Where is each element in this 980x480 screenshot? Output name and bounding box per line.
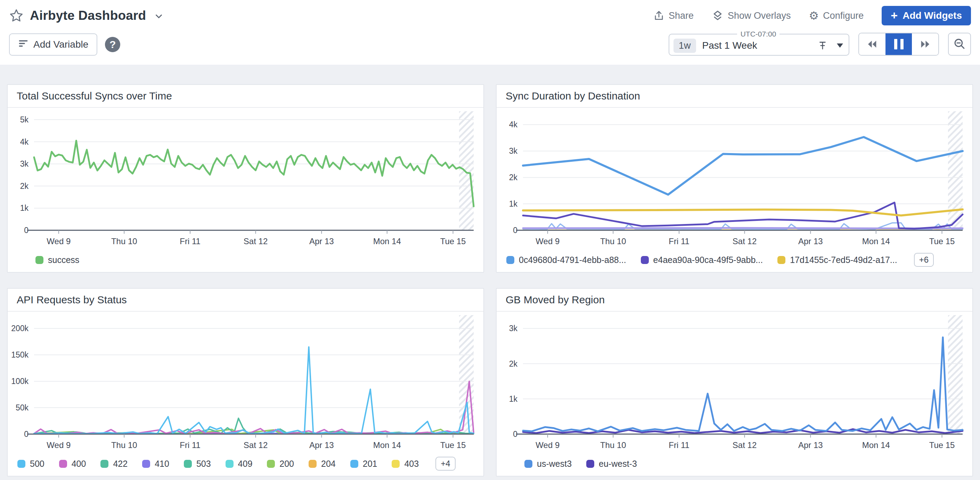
legend-item[interactable]: e4aea90a-90ca-49f5-9abb... xyxy=(641,255,763,265)
svg-text:Wed 9: Wed 9 xyxy=(536,440,560,450)
timezone-label: UTC-07:00 xyxy=(737,30,780,38)
chart-canvas[interactable]: 050k100k150k200kWed 9Thu 10Fri 11Sat 12A… xyxy=(8,312,484,451)
svg-text:Wed 9: Wed 9 xyxy=(536,236,560,246)
legend-item[interactable]: 410 xyxy=(142,459,169,469)
svg-text:2k: 2k xyxy=(509,359,518,368)
widget-title: Sync Duration by Destination xyxy=(506,90,640,102)
legend-item[interactable]: 500 xyxy=(18,459,45,469)
legend-swatch xyxy=(641,256,649,264)
plus-icon: + xyxy=(891,10,898,21)
zoom-out-button[interactable] xyxy=(948,33,971,56)
dashboard-grid: Total Successful Syncs over Time 01k2k3k… xyxy=(0,65,980,480)
legend-label: 17d1455c-7ed5-49d2-a17... xyxy=(790,255,897,265)
svg-text:Mon 14: Mon 14 xyxy=(373,236,401,246)
pause-icon xyxy=(894,39,904,49)
legend-item[interactable]: us-west3 xyxy=(524,459,572,469)
legend-label: 503 xyxy=(196,459,211,469)
legend-swatch xyxy=(100,460,108,468)
legend-item[interactable]: eu-west-3 xyxy=(586,459,637,469)
legend-more-button[interactable]: +4 xyxy=(436,457,455,470)
legend-swatch xyxy=(506,256,514,264)
legend-item[interactable]: 0c49680d-4791-4ebb-a88... xyxy=(506,255,626,265)
widget-header: Total Successful Syncs over Time xyxy=(8,85,484,108)
svg-text:Thu 10: Thu 10 xyxy=(600,440,626,450)
dashboard-title: Airbyte Dashboard xyxy=(30,8,146,23)
legend-swatch xyxy=(309,460,317,468)
chart-legend: 0c49680d-4791-4ebb-a88...e4aea90a-90ca-4… xyxy=(496,248,972,272)
legend-swatch xyxy=(142,460,150,468)
chart-legend: us-west3eu-west-3 xyxy=(496,451,972,476)
svg-text:Tue 15: Tue 15 xyxy=(929,236,955,246)
legend-swatch xyxy=(226,460,234,468)
configure-label: Configure xyxy=(823,10,864,21)
svg-text:Thu 10: Thu 10 xyxy=(600,236,626,246)
widget-title: Total Successful Syncs over Time xyxy=(17,90,172,102)
legend-swatch xyxy=(18,460,25,468)
legend-item[interactable]: 200 xyxy=(267,459,294,469)
widget-header: GB Moved by Region xyxy=(496,289,972,312)
widget-api-requests: API Requests by Status 050k100k150k200kW… xyxy=(7,288,484,477)
show-overlays-button[interactable]: Show Overlays xyxy=(712,10,791,22)
time-range-picker[interactable]: UTC-07:00 1w Past 1 Week xyxy=(669,30,850,56)
svg-text:1k: 1k xyxy=(509,394,518,403)
legend-item[interactable]: 201 xyxy=(350,459,377,469)
svg-text:4k: 4k xyxy=(20,137,29,147)
legend-item[interactable]: 204 xyxy=(309,459,336,469)
svg-text:2k: 2k xyxy=(509,173,518,182)
svg-text:Fri 11: Fri 11 xyxy=(669,440,689,450)
add-widgets-label: Add Widgets xyxy=(902,10,962,21)
favorite-star-icon[interactable] xyxy=(9,8,24,23)
time-range-chip[interactable]: 1w xyxy=(673,38,696,53)
share-button[interactable]: Share xyxy=(653,10,694,21)
chart-canvas[interactable]: 01k2k3k4k5kWed 9Thu 10Fri 11Sat 12Apr 13… xyxy=(8,108,484,248)
gear-icon: ⚙ xyxy=(809,10,819,21)
legend-label: 500 xyxy=(30,459,45,469)
time-range-label: Past 1 Week xyxy=(702,40,757,51)
chart-svg: 01k2k3kWed 9Thu 10Fri 11Sat 12Apr 13Mon … xyxy=(496,313,972,451)
title-chevron-down-icon[interactable] xyxy=(154,11,164,23)
chart-canvas[interactable]: 01k2k3kWed 9Thu 10Fri 11Sat 12Apr 13Mon … xyxy=(496,312,972,451)
dashboard-header: Airbyte Dashboard Share Show Overlays ⚙ … xyxy=(0,0,980,65)
time-dropdown-caret-icon[interactable] xyxy=(837,43,843,48)
widget-title: API Requests by Status xyxy=(17,294,127,306)
legend-item[interactable]: 409 xyxy=(226,459,253,469)
widget-sync-duration: Sync Duration by Destination 01k2k3k4kWe… xyxy=(496,84,973,273)
fast-forward-button[interactable] xyxy=(912,33,938,55)
pause-button[interactable] xyxy=(886,33,912,55)
legend-swatch xyxy=(777,256,785,264)
legend-item[interactable]: 403 xyxy=(391,459,419,469)
legend-item[interactable]: 400 xyxy=(59,459,86,469)
configure-button[interactable]: ⚙ Configure xyxy=(809,10,864,21)
legend-label: us-west3 xyxy=(537,459,572,469)
legend-item[interactable]: 17d1455c-7ed5-49d2-a17... xyxy=(777,255,897,265)
legend-more-button[interactable]: +6 xyxy=(914,253,934,267)
svg-text:Mon 14: Mon 14 xyxy=(862,236,890,246)
chart-canvas[interactable]: 01k2k3k4kWed 9Thu 10Fri 11Sat 12Apr 13Mo… xyxy=(496,108,972,248)
add-variable-button[interactable]: Add Variable xyxy=(9,33,97,56)
rewind-button[interactable] xyxy=(859,33,886,55)
svg-text:Tue 15: Tue 15 xyxy=(440,236,466,246)
chart-legend: success xyxy=(8,248,484,272)
svg-text:Tue 15: Tue 15 xyxy=(929,440,955,450)
svg-text:Sat 12: Sat 12 xyxy=(733,440,757,450)
legend-label: 409 xyxy=(238,459,253,469)
svg-text:Sat 12: Sat 12 xyxy=(733,236,757,246)
add-widgets-button[interactable]: + Add Widgets xyxy=(881,6,971,26)
svg-text:3k: 3k xyxy=(509,147,518,155)
svg-text:Mon 14: Mon 14 xyxy=(373,440,401,450)
overlays-icon xyxy=(712,10,724,22)
legend-label: 410 xyxy=(154,459,169,469)
svg-text:150k: 150k xyxy=(11,350,29,359)
svg-text:Fri 11: Fri 11 xyxy=(669,236,689,246)
legend-swatch xyxy=(59,460,67,468)
legend-item[interactable]: 422 xyxy=(100,459,127,469)
legend-item[interactable]: success xyxy=(35,255,79,265)
help-icon[interactable]: ? xyxy=(105,37,120,52)
svg-text:4k: 4k xyxy=(509,120,518,129)
chart-svg: 01k2k3k4k5kWed 9Thu 10Fri 11Sat 12Apr 13… xyxy=(8,108,484,248)
legend-label: 204 xyxy=(321,459,336,469)
widget-header: Sync Duration by Destination xyxy=(496,85,972,108)
pin-icon[interactable] xyxy=(817,40,828,51)
svg-text:Tue 15: Tue 15 xyxy=(440,440,466,450)
legend-item[interactable]: 503 xyxy=(184,459,211,469)
